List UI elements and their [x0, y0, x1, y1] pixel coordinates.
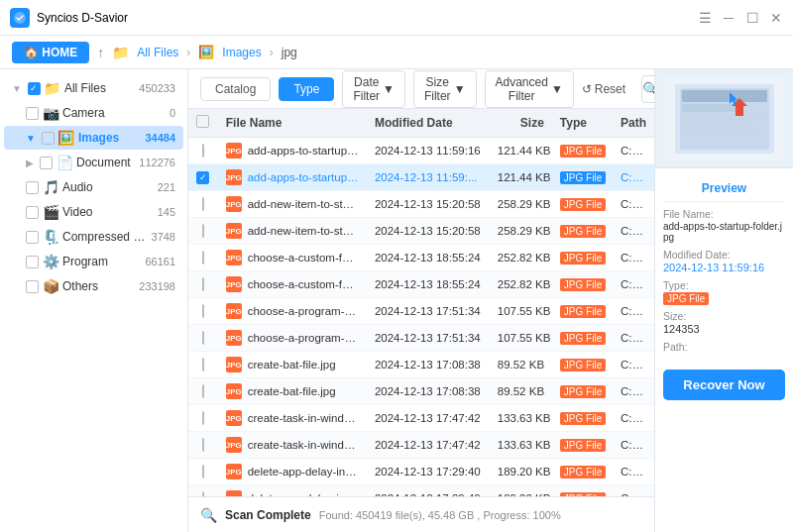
- table-row[interactable]: JPGadd-new-item-to-statu...2024-12-13 15…: [188, 218, 654, 245]
- video-checkbox[interactable]: [26, 206, 39, 219]
- images-checkbox[interactable]: [42, 132, 55, 145]
- sidebar-item-video[interactable]: 🎬 Video 145: [4, 200, 183, 224]
- file-type-icon: JPG: [226, 223, 242, 239]
- breadcrumb-jpg: jpg: [282, 46, 297, 59]
- date-filter-button[interactable]: Date Filter ▼: [342, 70, 405, 108]
- file-table-body: JPGadd-apps-to-startup-fol...2024-12-13 …: [188, 138, 654, 497]
- table-row[interactable]: JPGchoose-a-program-via-...2024-12-13 17…: [188, 325, 654, 352]
- row-checkbox[interactable]: [202, 331, 204, 345]
- file-size: 189.20 KB: [490, 485, 552, 497]
- file-type-badge: JPG File: [560, 332, 606, 345]
- row-checkbox[interactable]: [202, 438, 204, 452]
- size-filter-button[interactable]: Size Filter ▼: [413, 70, 477, 108]
- audio-icon: 🎵: [43, 179, 58, 195]
- file-name: add-new-item-to-statu...: [248, 225, 359, 237]
- others-checkbox[interactable]: [26, 280, 39, 293]
- file-type-badge: JPG File: [560, 171, 606, 184]
- sidebar-item-document[interactable]: ▶ 📄 Document 112276: [4, 151, 183, 174]
- main: ▼ ✓ 📁 All Files 450233 📷 Camera 0 ▼ 🖼️ I…: [0, 69, 793, 532]
- table-row[interactable]: JPGchoose-a-custom-folde...2024-12-13 18…: [188, 245, 654, 271]
- file-size: 133.63 KB: [490, 432, 552, 459]
- breadcrumb-images[interactable]: Images: [222, 46, 261, 59]
- file-date: 2024-12-13 17:29:40: [367, 459, 490, 485]
- statusbar: 🔍 Scan Complete Found: 450419 file(s), 4…: [188, 496, 654, 532]
- file-size: 133.63 KB: [490, 405, 552, 432]
- sidebar-item-program[interactable]: ⚙️ Program 66161: [4, 250, 183, 273]
- file-type-badge: JPG File: [560, 145, 606, 158]
- row-checkbox[interactable]: [202, 277, 204, 291]
- file-name: create-bat-file.jpg: [248, 359, 336, 371]
- sidebar-item-camera[interactable]: 📷 Camera 0: [4, 101, 183, 125]
- file-path: C:/Users/Bubble/...: [613, 352, 654, 378]
- all-files-checkbox[interactable]: ✓: [28, 82, 41, 95]
- file-type: JPG File: [552, 245, 613, 271]
- row-checkbox[interactable]: [202, 144, 204, 158]
- table-row[interactable]: ✓JPGadd-apps-to-startup-f...2024-12-13 1…: [188, 164, 654, 191]
- sidebar-item-all-files[interactable]: ▼ ✓ 📁 All Files 450233: [4, 76, 183, 100]
- filename-label: File Name:: [663, 208, 785, 220]
- table-row[interactable]: JPGcreate-bat-file.jpg2024-12-13 17:08:3…: [188, 352, 654, 378]
- file-type: JPG File: [552, 378, 613, 405]
- recover-now-button[interactable]: Recover Now: [663, 370, 785, 400]
- table-row[interactable]: JPGchoose-a-program-via-...2024-12-13 17…: [188, 298, 654, 325]
- search-button[interactable]: 🔍: [641, 75, 654, 103]
- file-name-cell: JPGcreate-bat-file.jpg: [226, 383, 359, 399]
- document-checkbox[interactable]: [40, 157, 53, 169]
- catalog-tab[interactable]: Catalog: [200, 77, 271, 101]
- reset-icon: ↺: [582, 82, 592, 96]
- file-name: choose-a-custom-folde...: [248, 278, 359, 290]
- row-checkbox[interactable]: [202, 384, 204, 398]
- sidebar-item-images[interactable]: ▼ 🖼️ Images 34484: [4, 126, 183, 150]
- table-row[interactable]: JPGchoose-a-custom-folde...2024-12-13 18…: [188, 271, 654, 298]
- video-icon: 🎬: [43, 204, 58, 220]
- table-row[interactable]: JPGadd-apps-to-startup-fol...2024-12-13 …: [188, 138, 654, 164]
- hamburger-button[interactable]: ☰: [698, 11, 712, 25]
- svg-rect-6: [682, 130, 756, 136]
- row-checkbox[interactable]: [202, 358, 204, 372]
- row-checkbox[interactable]: [202, 304, 204, 318]
- advanced-filter-button[interactable]: Advanced Filter ▼: [485, 70, 574, 108]
- program-label: Program: [62, 255, 141, 268]
- row-checkbox[interactable]: [202, 197, 204, 211]
- table-row[interactable]: JPGcreate-bat-file.jpg2024-12-13 17:08:3…: [188, 378, 654, 405]
- reset-button[interactable]: ↺ Reset: [582, 82, 625, 96]
- close-button[interactable]: ✕: [769, 11, 783, 25]
- camera-checkbox[interactable]: [26, 107, 39, 120]
- path-label: Path:: [663, 341, 785, 353]
- table-row[interactable]: JPGdelete-app-delay-in-wi...2024-12-13 1…: [188, 485, 654, 497]
- table-row[interactable]: JPGadd-new-item-to-statu...2024-12-13 15…: [188, 191, 654, 218]
- compressed-checkbox[interactable]: [26, 231, 39, 244]
- file-name-cell: JPGadd-apps-to-startup-f...: [226, 169, 359, 185]
- table-row[interactable]: JPGcreate-task-in-windows-...2024-12-13 …: [188, 432, 654, 459]
- sidebar-item-others[interactable]: 📦 Others 233198: [4, 274, 183, 298]
- breadcrumb-all-files[interactable]: All Files: [137, 46, 178, 59]
- file-type: JPG File: [552, 352, 613, 378]
- camera-count: 0: [170, 107, 175, 119]
- file-path: C:/Users/Bubble/...: [613, 459, 654, 485]
- sidebar-item-audio[interactable]: 🎵 Audio 221: [4, 175, 183, 199]
- others-label: Others: [62, 279, 135, 293]
- file-type-icon: JPG: [226, 196, 242, 212]
- modified-label: Modified Date:: [663, 249, 785, 261]
- maximize-button[interactable]: ☐: [745, 11, 759, 25]
- row-checkbox[interactable]: ✓: [196, 171, 209, 184]
- row-checkbox[interactable]: [202, 224, 204, 238]
- row-checkbox[interactable]: [202, 411, 204, 425]
- row-checkbox[interactable]: [202, 465, 204, 479]
- table-row[interactable]: JPGdelete-app-delay-in-wi...2024-12-13 1…: [188, 459, 654, 485]
- file-name-cell: JPGdelete-app-delay-in-wi...: [226, 464, 359, 479]
- scan-complete-label: Scan Complete: [225, 508, 311, 522]
- table-row[interactable]: JPGcreate-task-in-windows-...2024-12-13 …: [188, 405, 654, 432]
- program-checkbox[interactable]: [26, 256, 39, 268]
- nav-up-button[interactable]: ↑: [97, 45, 104, 60]
- sidebar-item-compressed[interactable]: 🗜️ Compressed files 3748: [4, 225, 183, 249]
- program-icon: ⚙️: [43, 254, 58, 269]
- audio-checkbox[interactable]: [26, 181, 39, 194]
- minimize-button[interactable]: ─: [722, 11, 736, 25]
- file-name-cell: JPGadd-apps-to-startup-fol...: [226, 143, 359, 159]
- svg-rect-5: [682, 122, 751, 128]
- file-type-icon: JPG: [226, 437, 242, 453]
- type-tab[interactable]: Type: [279, 77, 334, 101]
- row-checkbox[interactable]: [202, 251, 204, 265]
- home-button[interactable]: 🏠 HOME: [12, 42, 89, 63]
